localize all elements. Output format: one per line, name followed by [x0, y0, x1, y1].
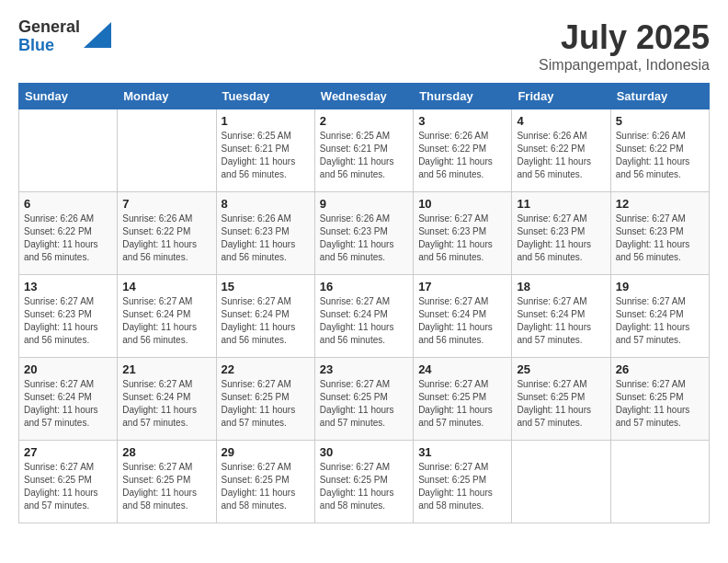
calendar-day-cell [19, 109, 118, 192]
day-number: 17 [418, 280, 506, 293]
calendar-day-cell: 27Sunrise: 6:27 AM Sunset: 6:25 PM Dayli… [19, 441, 118, 523]
calendar-day-cell: 12Sunrise: 6:27 AM Sunset: 6:23 PM Dayli… [610, 192, 709, 275]
day-info: Sunrise: 6:27 AM Sunset: 6:23 PM Dayligh… [24, 295, 112, 347]
calendar-day-cell: 15Sunrise: 6:27 AM Sunset: 6:24 PM Dayli… [216, 275, 314, 358]
day-number: 5 [616, 114, 704, 128]
day-info: Sunrise: 6:27 AM Sunset: 6:25 PM Dayligh… [320, 378, 408, 430]
calendar-day-cell: 7Sunrise: 6:26 AM Sunset: 6:22 PM Daylig… [118, 192, 216, 275]
day-info: Sunrise: 6:26 AM Sunset: 6:22 PM Dayligh… [616, 130, 704, 181]
calendar-day-cell: 26Sunrise: 6:27 AM Sunset: 6:25 PM Dayli… [610, 358, 709, 441]
day-number: 9 [320, 197, 408, 211]
day-info: Sunrise: 6:26 AM Sunset: 6:22 PM Dayligh… [24, 213, 112, 264]
day-number: 19 [616, 280, 704, 293]
day-number: 10 [418, 197, 506, 211]
calendar-day-cell: 8Sunrise: 6:26 AM Sunset: 6:23 PM Daylig… [216, 192, 314, 275]
day-info: Sunrise: 6:27 AM Sunset: 6:23 PM Dayligh… [616, 213, 704, 264]
day-number: 15 [222, 280, 310, 293]
calendar-day-cell: 6Sunrise: 6:26 AM Sunset: 6:22 PM Daylig… [19, 192, 118, 275]
logo: General Blue [18, 18, 111, 55]
day-number: 7 [122, 197, 210, 211]
calendar-week-5: 27Sunrise: 6:27 AM Sunset: 6:25 PM Dayli… [19, 441, 710, 523]
day-number: 13 [24, 280, 112, 293]
day-number: 11 [517, 197, 605, 211]
calendar-day-cell: 13Sunrise: 6:27 AM Sunset: 6:23 PM Dayli… [19, 275, 118, 358]
calendar-day-cell: 14Sunrise: 6:27 AM Sunset: 6:24 PM Dayli… [118, 275, 216, 358]
calendar-day-cell: 28Sunrise: 6:27 AM Sunset: 6:25 PM Dayli… [118, 441, 216, 523]
weekday-header-tuesday: Tuesday [216, 84, 314, 109]
day-number: 6 [24, 197, 112, 211]
day-info: Sunrise: 6:27 AM Sunset: 6:24 PM Dayligh… [24, 378, 112, 430]
calendar-day-cell: 18Sunrise: 6:27 AM Sunset: 6:24 PM Dayli… [512, 275, 610, 358]
logo-icon [84, 22, 111, 48]
calendar-day-cell: 29Sunrise: 6:27 AM Sunset: 6:25 PM Dayli… [216, 441, 314, 523]
weekday-header-sunday: Sunday [19, 84, 118, 109]
day-info: Sunrise: 6:27 AM Sunset: 6:24 PM Dayligh… [517, 295, 605, 347]
calendar-day-cell: 24Sunrise: 6:27 AM Sunset: 6:25 PM Dayli… [414, 358, 512, 441]
day-number: 16 [320, 280, 408, 293]
calendar-day-cell: 16Sunrise: 6:27 AM Sunset: 6:24 PM Dayli… [314, 275, 413, 358]
calendar-day-cell: 30Sunrise: 6:27 AM Sunset: 6:25 PM Dayli… [314, 441, 413, 523]
day-info: Sunrise: 6:27 AM Sunset: 6:25 PM Dayligh… [222, 461, 310, 512]
day-info: Sunrise: 6:27 AM Sunset: 6:23 PM Dayligh… [517, 213, 605, 264]
calendar-day-cell: 9Sunrise: 6:26 AM Sunset: 6:23 PM Daylig… [314, 192, 413, 275]
weekday-header-row: SundayMondayTuesdayWednesdayThursdayFrid… [19, 84, 710, 109]
calendar-day-cell: 31Sunrise: 6:27 AM Sunset: 6:25 PM Dayli… [414, 441, 512, 523]
svg-marker-0 [84, 22, 111, 48]
day-info: Sunrise: 6:27 AM Sunset: 6:25 PM Dayligh… [418, 378, 506, 430]
day-info: Sunrise: 6:25 AM Sunset: 6:21 PM Dayligh… [320, 130, 408, 181]
logo-general: General [18, 18, 80, 37]
day-info: Sunrise: 6:27 AM Sunset: 6:25 PM Dayligh… [222, 378, 310, 430]
title-block: July 2025 Simpangempat, Indonesia [539, 18, 710, 74]
day-info: Sunrise: 6:26 AM Sunset: 6:22 PM Dayligh… [418, 130, 506, 181]
day-info: Sunrise: 6:27 AM Sunset: 6:25 PM Dayligh… [418, 461, 506, 512]
day-info: Sunrise: 6:27 AM Sunset: 6:24 PM Dayligh… [122, 295, 210, 347]
day-number: 23 [320, 362, 408, 376]
calendar-day-cell: 19Sunrise: 6:27 AM Sunset: 6:24 PM Dayli… [610, 275, 709, 358]
calendar-day-cell: 4Sunrise: 6:26 AM Sunset: 6:22 PM Daylig… [512, 109, 610, 192]
calendar-day-cell: 23Sunrise: 6:27 AM Sunset: 6:25 PM Dayli… [314, 358, 413, 441]
day-info: Sunrise: 6:26 AM Sunset: 6:22 PM Dayligh… [122, 213, 210, 264]
calendar-day-cell [512, 441, 610, 523]
calendar-day-cell: 3Sunrise: 6:26 AM Sunset: 6:22 PM Daylig… [414, 109, 512, 192]
day-number: 25 [517, 362, 605, 376]
day-number: 3 [418, 114, 506, 128]
calendar-day-cell: 5Sunrise: 6:26 AM Sunset: 6:22 PM Daylig… [610, 109, 709, 192]
calendar-week-4: 20Sunrise: 6:27 AM Sunset: 6:24 PM Dayli… [19, 358, 710, 441]
weekday-header-wednesday: Wednesday [314, 84, 413, 109]
day-number: 24 [418, 362, 506, 376]
location-subtitle: Simpangempat, Indonesia [539, 57, 710, 74]
day-number: 4 [517, 114, 605, 128]
day-number: 31 [418, 445, 506, 459]
calendar-day-cell [610, 441, 709, 523]
day-info: Sunrise: 6:27 AM Sunset: 6:25 PM Dayligh… [517, 378, 605, 430]
logo-blue: Blue [18, 37, 80, 55]
day-info: Sunrise: 6:27 AM Sunset: 6:25 PM Dayligh… [122, 461, 210, 512]
day-info: Sunrise: 6:26 AM Sunset: 6:22 PM Dayligh… [517, 130, 605, 181]
calendar-week-3: 13Sunrise: 6:27 AM Sunset: 6:23 PM Dayli… [19, 275, 710, 358]
calendar-day-cell: 10Sunrise: 6:27 AM Sunset: 6:23 PM Dayli… [414, 192, 512, 275]
day-info: Sunrise: 6:26 AM Sunset: 6:23 PM Dayligh… [320, 213, 408, 264]
calendar-day-cell: 25Sunrise: 6:27 AM Sunset: 6:25 PM Dayli… [512, 358, 610, 441]
day-number: 1 [222, 114, 310, 128]
calendar-day-cell: 17Sunrise: 6:27 AM Sunset: 6:24 PM Dayli… [414, 275, 512, 358]
calendar-day-cell: 22Sunrise: 6:27 AM Sunset: 6:25 PM Dayli… [216, 358, 314, 441]
day-info: Sunrise: 6:27 AM Sunset: 6:23 PM Dayligh… [418, 213, 506, 264]
day-info: Sunrise: 6:27 AM Sunset: 6:25 PM Dayligh… [24, 461, 112, 512]
day-number: 22 [222, 362, 310, 376]
day-info: Sunrise: 6:25 AM Sunset: 6:21 PM Dayligh… [222, 130, 310, 181]
day-number: 28 [122, 445, 210, 459]
day-info: Sunrise: 6:27 AM Sunset: 6:24 PM Dayligh… [222, 295, 310, 347]
calendar-day-cell: 11Sunrise: 6:27 AM Sunset: 6:23 PM Dayli… [512, 192, 610, 275]
calendar-day-cell: 20Sunrise: 6:27 AM Sunset: 6:24 PM Dayli… [19, 358, 118, 441]
day-number: 27 [24, 445, 112, 459]
month-year-title: July 2025 [539, 18, 710, 57]
day-number: 20 [24, 362, 112, 376]
calendar-day-cell: 1Sunrise: 6:25 AM Sunset: 6:21 PM Daylig… [216, 109, 314, 192]
weekday-header-saturday: Saturday [610, 84, 709, 109]
day-info: Sunrise: 6:27 AM Sunset: 6:24 PM Dayligh… [320, 295, 408, 347]
day-number: 14 [122, 280, 210, 293]
calendar-day-cell: 2Sunrise: 6:25 AM Sunset: 6:21 PM Daylig… [314, 109, 413, 192]
page-header: General Blue July 2025 Simpangempat, Ind… [18, 18, 710, 74]
day-number: 29 [222, 445, 310, 459]
calendar-day-cell [118, 109, 216, 192]
